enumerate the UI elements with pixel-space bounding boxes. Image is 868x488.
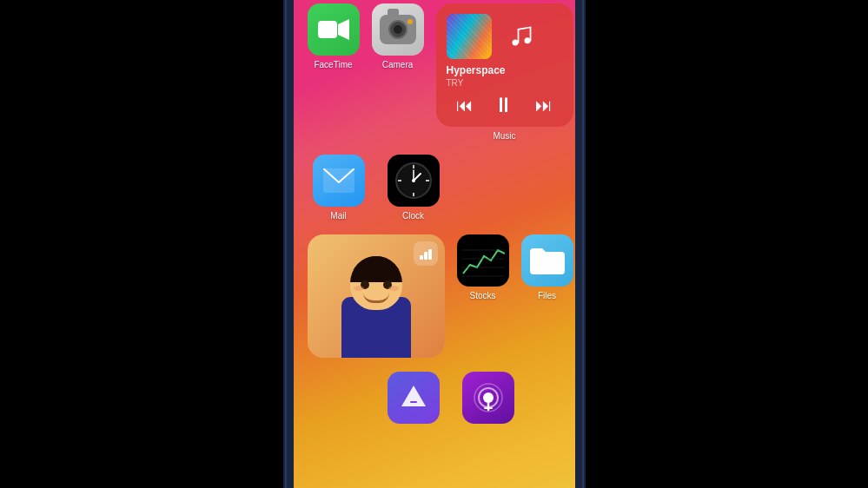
svg-rect-21	[410, 401, 417, 403]
facetime-label: FaceTime	[314, 60, 352, 69]
music-widget[interactable]: Hyperspace TRY ⏮ ⏸ ⏭	[436, 3, 573, 127]
scene: 9:41	[0, 0, 868, 488]
camera-app[interactable]: Camera	[372, 3, 424, 141]
video-camera-icon	[318, 17, 349, 42]
bitmoji-character	[328, 254, 424, 358]
stocks-app[interactable]: Stocks	[457, 234, 509, 358]
app-row-4	[308, 372, 561, 428]
facetime-app[interactable]: FaceTime	[308, 3, 360, 141]
podcast-icon	[473, 382, 504, 413]
iphone-body: 9:41	[287, 0, 582, 488]
music-label: Music	[493, 131, 515, 141]
contacts-widget-wrapper	[308, 234, 445, 358]
files-label: Files	[538, 291, 556, 300]
album-art	[447, 14, 492, 59]
music-note-icon	[499, 14, 544, 59]
music-subtitle: TRY	[447, 78, 563, 88]
contacts-widget[interactable]	[308, 234, 445, 358]
files-app[interactable]: Files	[521, 234, 573, 358]
clock-icon	[394, 162, 433, 200]
testflight-icon	[398, 382, 429, 413]
app-row-3: Stocks Files	[308, 234, 561, 358]
svg-rect-15	[428, 249, 432, 260]
clock-app[interactable]: Clock	[382, 155, 445, 221]
envelope-icon	[323, 168, 354, 193]
fast-forward-button[interactable]: ⏭	[535, 96, 553, 114]
camera-label: Camera	[382, 60, 414, 69]
screen: 9:41	[294, 0, 575, 488]
music-title: Hyperspace	[447, 64, 563, 76]
svg-rect-14	[424, 252, 427, 260]
mail-app[interactable]: Mail	[308, 155, 370, 221]
music-widget-wrapper: Hyperspace TRY ⏮ ⏸ ⏭ Music	[436, 3, 573, 141]
svg-marker-20	[401, 386, 426, 406]
stocks-label: Stocks	[469, 291, 495, 300]
svg-point-12	[412, 179, 415, 182]
clock-label: Clock	[402, 211, 424, 221]
svg-point-3	[524, 37, 530, 43]
folder-icon	[530, 247, 565, 274]
stocks-chart-icon	[461, 243, 505, 278]
testflight-app[interactable]	[382, 372, 445, 428]
svg-rect-0	[318, 21, 337, 38]
home-grid: FaceTime	[308, 3, 561, 488]
play-pause-button[interactable]: ⏸	[494, 95, 514, 115]
music-app[interactable]	[457, 372, 520, 428]
rewind-button[interactable]: ⏮	[456, 96, 474, 114]
mail-label: Mail	[330, 211, 346, 221]
svg-point-22	[483, 392, 494, 403]
app-row-1: FaceTime	[308, 3, 561, 141]
svg-point-2	[512, 40, 518, 46]
music-controls: ⏮ ⏸ ⏭	[447, 95, 563, 115]
svg-marker-1	[338, 19, 349, 40]
app-row-2: Mail	[308, 155, 561, 221]
